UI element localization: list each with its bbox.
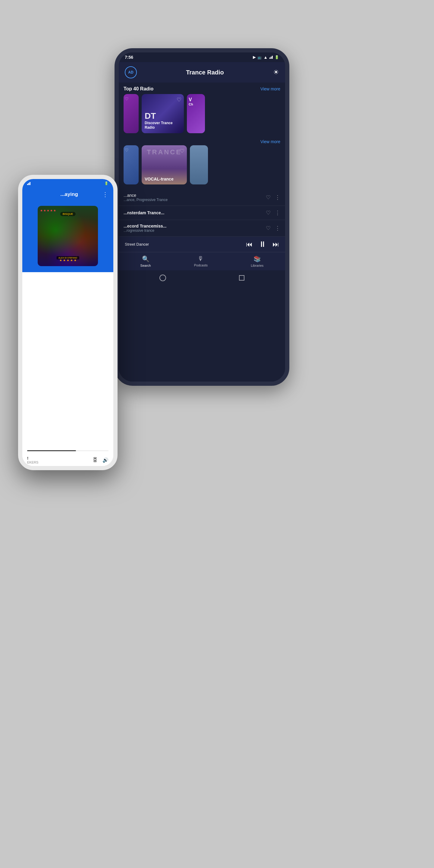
time-back: 7:56 bbox=[125, 55, 133, 60]
track-progress-fill bbox=[27, 450, 76, 451]
section2-viewmore: View more bbox=[119, 138, 285, 145]
radio-card-partial-right-2[interactable] bbox=[190, 145, 208, 184]
search-icon: 🔍 bbox=[142, 255, 150, 262]
view-more-1[interactable]: View more bbox=[260, 87, 280, 91]
heart-icon-list-2[interactable]: ♡ bbox=[266, 210, 271, 216]
list-item-3-name: ...ecord Trancemiss... bbox=[124, 224, 266, 228]
heart-icon-list-1[interactable]: ♡ bbox=[266, 194, 271, 201]
radio-list: ...ance ...ance, Progressive Trance ♡ ⋮ … bbox=[119, 189, 285, 237]
list-item-1-info: ...ance ...ance, Progressive Trance bbox=[124, 193, 266, 202]
album-art-inner: ★ ★ ★ ★ ★ BISQUE bbox=[38, 206, 98, 266]
track-meta: ! EKERS 🎛 🔊 bbox=[27, 454, 108, 466]
list-item-2-actions: ♡ ⋮ bbox=[266, 210, 280, 216]
player-bar: Street Dancer ⏮ ⏸ ⏭ bbox=[119, 237, 285, 252]
front-bottom: ! EKERS 🎛 🔊 bbox=[22, 447, 113, 466]
list-item-1-actions: ♡ ⋮ bbox=[266, 194, 280, 201]
player-track: Street Dancer bbox=[125, 242, 149, 247]
app-title: Trance Radio bbox=[186, 69, 224, 76]
stars-top: ★ ★ ★ ★ ★ bbox=[40, 209, 56, 212]
android-home[interactable] bbox=[159, 275, 166, 281]
status-bar-front: 🔋 bbox=[22, 179, 113, 188]
battery-back-icon: 🔋 bbox=[275, 55, 279, 59]
list-item-2-info: ...nsterdam Trance... bbox=[124, 210, 266, 215]
list-item-1-sub: ...ance, Progressive Trance bbox=[124, 198, 266, 202]
radio-card-partial-left[interactable]: ♡ bbox=[124, 94, 138, 133]
menu-dots-3[interactable]: ⋮ bbox=[275, 225, 280, 231]
nav-podcasts[interactable]: 🎙 Podcasts bbox=[194, 255, 208, 267]
rewind-button[interactable]: ⏮ bbox=[246, 241, 253, 248]
radio-card-partial-right-1[interactable]: V Ch bbox=[187, 94, 205, 133]
bottom-nav: 🔍 Search 🎙 Podcasts 📚 Libraries bbox=[119, 252, 285, 270]
radio-card-vocal[interactable]: TRANCE VOCAL-trance ♡ bbox=[142, 145, 187, 184]
podcast-icon: 🎙 bbox=[198, 255, 204, 262]
player-controls: ⏮ ⏸ ⏭ bbox=[246, 240, 279, 249]
genre-badge: BISQUE bbox=[60, 212, 76, 216]
equalizer-icon[interactable]: 🎛 bbox=[92, 457, 98, 463]
nav-libraries-label: Libraries bbox=[251, 264, 264, 267]
sun-icon[interactable]: ☀ bbox=[273, 68, 279, 76]
wifi-icon: ▲ bbox=[264, 55, 268, 60]
track-info-front: ! EKERS bbox=[27, 456, 38, 464]
android-nav bbox=[119, 270, 285, 285]
nav-libraries[interactable]: 📚 Libraries bbox=[251, 255, 264, 267]
list-item-2-name: ...nsterdam Trance... bbox=[124, 210, 266, 215]
pause-button[interactable]: ⏸ bbox=[258, 240, 267, 249]
media-icon: ▶ bbox=[253, 55, 255, 59]
sim-icon: 📺 bbox=[257, 56, 261, 59]
phone-back: 7:56 ▶ 📺 ▲ 🔋 AD Trance Radio ☀ bbox=[115, 48, 289, 386]
album-art: ★ ★ ★ ★ ★ BISQUE bbox=[38, 206, 98, 266]
list-item-1-name: ...ance bbox=[124, 193, 266, 198]
status-right-front: 🔋 bbox=[104, 181, 108, 185]
carnival-decor: BISQUE bbox=[60, 212, 76, 216]
stars-bottom: ★ ★ ★ ★ ★ bbox=[59, 258, 76, 262]
track-progress-bar[interactable] bbox=[27, 450, 108, 451]
heart-icon-vocal[interactable]: ♡ bbox=[180, 148, 184, 154]
heart-icon-list-3[interactable]: ♡ bbox=[266, 225, 271, 231]
battery-front-icon: 🔋 bbox=[104, 181, 108, 185]
front-title: ...aying bbox=[60, 191, 78, 197]
list-item-1[interactable]: ...ance ...ance, Progressive Trance ♡ ⋮ bbox=[119, 189, 285, 206]
three-dots-menu[interactable]: ⋮ bbox=[102, 191, 108, 198]
signal-icon bbox=[270, 56, 273, 59]
list-item-3[interactable]: ...ecord Trancemiss... ...rogressive tra… bbox=[119, 220, 285, 237]
nav-podcasts-label: Podcasts bbox=[194, 264, 208, 267]
menu-dots-1[interactable]: ⋮ bbox=[275, 194, 280, 201]
nav-search[interactable]: 🔍 Search bbox=[141, 255, 151, 267]
list-item-3-sub: ...rogressive trance bbox=[124, 228, 266, 233]
view-more-2[interactable]: View more bbox=[260, 139, 280, 144]
cards-row-2: ♡ TRANCE VOCAL-trance ♡ bbox=[119, 145, 285, 189]
menu-dots-2[interactable]: ⋮ bbox=[275, 210, 280, 216]
cards-row-1: ♡ DT Discover TranceRadio ♡ V Ch bbox=[119, 94, 285, 138]
track-title-front: ! bbox=[27, 456, 38, 461]
app-logo[interactable]: AD bbox=[125, 66, 137, 79]
front-header: ...aying ⋮ bbox=[22, 188, 113, 203]
trance-watermark: TRANCE bbox=[147, 148, 182, 156]
app-header: AD Trance Radio ☀ bbox=[119, 62, 285, 83]
volume-icon[interactable]: 🔊 bbox=[102, 457, 108, 463]
fast-forward-button[interactable]: ⏭ bbox=[273, 241, 279, 248]
radio-card-discover[interactable]: DT Discover TranceRadio ♡ bbox=[142, 94, 184, 133]
phone-front: 🔋 ...aying ⋮ ★ ★ ★ ★ ★ bbox=[18, 175, 118, 470]
track-actions: 🎛 🔊 bbox=[92, 457, 108, 463]
vocal-trance-label: VOCAL-trance bbox=[145, 177, 174, 181]
section1-header: Top 40 Radio View more bbox=[119, 83, 285, 94]
status-bar-back: 7:56 ▶ 📺 ▲ 🔋 bbox=[119, 53, 285, 62]
partial-card-label-1: Ch bbox=[189, 102, 203, 106]
radio-card-partial-left-2[interactable]: ♡ bbox=[124, 145, 138, 184]
android-recent[interactable] bbox=[239, 275, 244, 281]
library-icon: 📚 bbox=[253, 255, 261, 262]
discover-trance-label: Discover TranceRadio bbox=[145, 121, 173, 130]
list-item-2[interactable]: ...nsterdam Trance... ♡ ⋮ bbox=[119, 206, 285, 220]
track-artist-front: EKERS bbox=[27, 461, 38, 464]
heart-icon-dt[interactable]: ♡ bbox=[177, 96, 181, 103]
heart-icon-partial[interactable]: ♡ bbox=[125, 96, 129, 101]
list-item-3-info: ...ecord Trancemiss... ...rogressive tra… bbox=[124, 224, 266, 233]
section1-title: Top 40 Radio bbox=[124, 86, 153, 92]
dt-letters: DT bbox=[145, 111, 156, 121]
signal-front bbox=[27, 182, 30, 185]
album-area: ★ ★ ★ ★ ★ BISQUE bbox=[22, 203, 113, 272]
heart-icon-partial-2[interactable]: ♡ bbox=[125, 148, 129, 153]
nav-search-label: Search bbox=[141, 264, 151, 267]
list-item-3-actions: ♡ ⋮ bbox=[266, 225, 280, 231]
